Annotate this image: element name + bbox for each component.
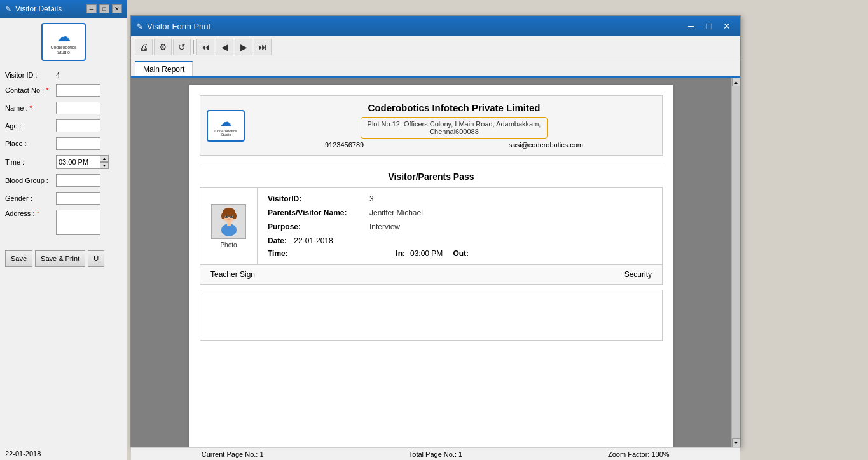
report-scroll[interactable]: ☁ CoderoboticsStudio Coderobotics Infote…	[131, 78, 731, 447]
nav-next-btn[interactable]: ▶	[235, 39, 252, 55]
visitor-id-row: Visitor ID : 4	[5, 71, 122, 79]
pass-title: Visitor/Parents Pass	[200, 166, 663, 187]
bg-titlebar: ✎ Visitor Details ─ □ ✕	[0, 0, 127, 18]
contact-required: *	[46, 86, 48, 94]
blood-input[interactable]	[56, 174, 100, 187]
report-cloud-icon: ☁	[220, 115, 231, 129]
tab-main-report[interactable]: Main Report	[135, 61, 193, 76]
print-title-icon: ✎	[136, 22, 143, 31]
blood-label: Blood Group :	[5, 177, 56, 184]
scroll-track[interactable]	[732, 86, 740, 438]
logo-box: ☁ Coderobotics Studio	[41, 23, 86, 61]
visitor-details-window: ✎ Visitor Details ─ □ ✕ ☁ Coderobotics S…	[0, 0, 127, 460]
svg-point-6	[227, 218, 231, 220]
company-info: Coderobotics Infotech Private Limited Pl…	[252, 102, 656, 149]
address-required: *	[37, 210, 39, 217]
report-header: ☁ CoderoboticsStudio Coderobotics Infote…	[200, 95, 663, 156]
form-buttons: Save Save & Print U	[0, 248, 127, 269]
nav-first-btn[interactable]: ⏮	[196, 39, 214, 55]
nav-last-btn[interactable]: ⏭	[254, 39, 272, 55]
print-window: ✎ Visitor Form Print ─ □ ✕ 🖨 ⚙ ↺ ⏮ ◀ ▶ ⏭…	[130, 15, 741, 447]
tab-bar: Main Report	[131, 58, 740, 78]
logo-text-line2: Studio	[57, 50, 70, 55]
time-down-btn[interactable]: ▼	[100, 162, 109, 169]
place-input[interactable]	[56, 137, 100, 150]
zoom-status: Zoom Factor: 100%	[542, 450, 735, 458]
time-row-info: Time: In: 03:00 PM Out:	[268, 249, 652, 258]
name-required: *	[30, 104, 32, 112]
time-label-col: Time:	[268, 249, 396, 258]
name-label: Name : *	[5, 104, 56, 112]
gender-input[interactable]	[56, 192, 100, 205]
close-btn-bg[interactable]: ✕	[112, 4, 122, 13]
visitor-photo	[211, 204, 246, 239]
time-spinner: ▲ ▼	[100, 155, 109, 169]
svg-rect-11	[227, 222, 231, 226]
report-area: ☁ CoderoboticsStudio Coderobotics Infote…	[131, 78, 740, 447]
contact-row: Contact No : *	[5, 84, 122, 97]
visitor-info-col: VisitorID: 3 Parents/Visitor Name: Jenif…	[258, 188, 662, 264]
contact-input[interactable]	[56, 84, 100, 97]
time-input[interactable]	[56, 155, 100, 169]
date-value: 22-01-2018	[294, 236, 333, 245]
total-page-status: Total Page No.: 1	[339, 450, 532, 458]
address-row: Address : *	[5, 210, 122, 235]
save-button[interactable]: Save	[5, 250, 32, 267]
company-email: sasi@coderobotics.com	[509, 141, 583, 149]
time-in-section: In: 03:00 PM	[396, 249, 443, 258]
time-in-label: In:	[396, 249, 405, 258]
time-values-col: In: 03:00 PM Out:	[396, 249, 652, 258]
address-label: Address : *	[5, 210, 56, 217]
photo-label: Photo	[220, 241, 237, 248]
bg-title-text: Visitor Details	[15, 4, 62, 13]
toolbar-sep	[193, 40, 194, 54]
time-row: Time : ▲ ▼	[5, 155, 122, 169]
time-input-wrap: ▲ ▼	[56, 155, 109, 169]
refresh-toolbar-btn[interactable]: ↺	[173, 39, 191, 55]
bg-window-controls: ─ □ ✕	[86, 4, 122, 13]
status-bar: Current Page No.: 1 Total Page No.: 1 Zo…	[131, 447, 740, 460]
visitor-purpose-info-label: Purpose:	[268, 222, 369, 231]
address-textarea[interactable]	[56, 210, 100, 235]
visitor-id-label: Visitor ID :	[5, 71, 56, 79]
report-logo-text: CoderoboticsStudio	[214, 129, 237, 137]
company-address: Plot No.12, Officers Colony, I Main Road…	[361, 117, 548, 139]
print-titlebar: ✎ Visitor Form Print ─ □ ✕	[131, 16, 740, 36]
time-out-label: Out:	[453, 249, 469, 258]
contact-label: Contact No : *	[5, 86, 56, 94]
place-row: Place :	[5, 137, 122, 150]
toolbar: 🖨 ⚙ ↺ ⏮ ◀ ▶ ⏭	[131, 36, 740, 58]
visitor-card: Photo VisitorID: 3 Parents/Visitor Name:…	[200, 187, 663, 265]
scroll-down-arrow[interactable]: ▼	[732, 438, 741, 447]
settings-toolbar-btn[interactable]: ⚙	[154, 39, 172, 55]
minimize-btn[interactable]: ─	[86, 4, 97, 13]
print-minimize-btn[interactable]: ─	[683, 19, 699, 33]
maximize-btn[interactable]: □	[99, 4, 109, 13]
time-in-value: 03:00 PM	[410, 249, 443, 258]
report-logo: ☁ CoderoboticsStudio	[207, 110, 245, 142]
time-out-section: Out:	[453, 249, 474, 258]
gender-label: Gender :	[5, 194, 56, 202]
save-print-button[interactable]: Save & Print	[35, 250, 85, 267]
nav-prev-btn[interactable]: ◀	[216, 39, 233, 55]
print-maximize-btn[interactable]: □	[701, 19, 717, 33]
visitor-id-info-row: VisitorID: 3	[268, 194, 652, 203]
other-button[interactable]: U	[88, 250, 104, 267]
current-page-status: Current Page No.: 1	[136, 450, 329, 458]
pencil-icon: ✎	[5, 4, 11, 13]
print-title-text: Visitor Form Print	[147, 22, 210, 31]
print-title: ✎ Visitor Form Print	[136, 22, 210, 31]
sign-area: Teacher Sign Security	[200, 265, 663, 285]
name-input[interactable]	[56, 102, 100, 114]
bg-title: ✎ Visitor Details	[5, 4, 62, 13]
print-close-btn[interactable]: ✕	[719, 19, 735, 33]
logo-area: ☁ Coderobotics Studio	[0, 18, 127, 66]
scroll-up-arrow[interactable]: ▲	[732, 78, 741, 86]
visitor-purpose-info-row: Purpose: Interview	[268, 222, 652, 231]
time-up-btn[interactable]: ▲	[100, 155, 109, 162]
logo-text-line1: Coderobotics	[50, 45, 76, 50]
age-label: Age :	[5, 122, 56, 130]
age-input[interactable]	[56, 119, 100, 132]
print-toolbar-btn[interactable]: 🖨	[135, 39, 153, 55]
place-label: Place :	[5, 140, 56, 147]
